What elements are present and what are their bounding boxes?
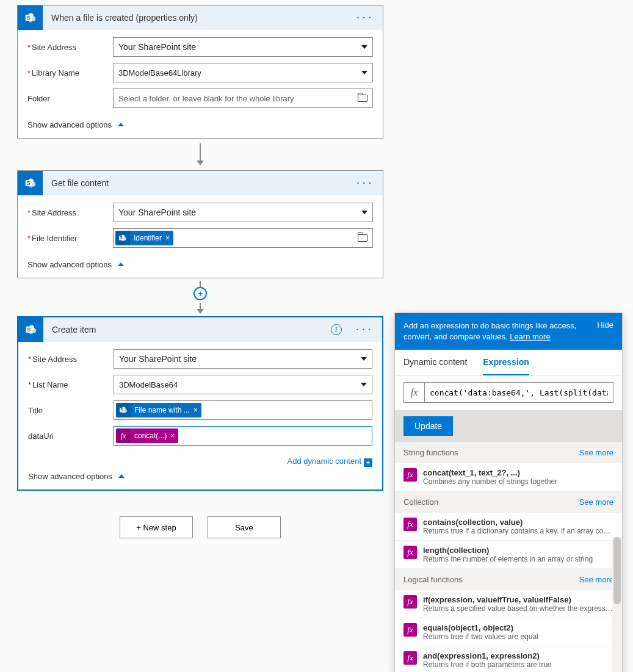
hide-button[interactable]: Hide: [597, 320, 613, 330]
see-more-link[interactable]: See more: [579, 575, 613, 584]
panel-header-text: Add an expression to do basic things lik…: [403, 321, 576, 341]
card-header[interactable]: When a file is created (properties only)…: [18, 5, 383, 30]
fn-description: Returns a specified value based on wheth…: [423, 604, 613, 613]
folder-icon[interactable]: [358, 95, 367, 102]
card-header[interactable]: Get file content · · ·: [18, 171, 383, 195]
tab-dynamic-content[interactable]: Dynamic content: [403, 350, 467, 375]
expression-panel: Add an expression to do basic things lik…: [394, 313, 623, 672]
remove-token-icon[interactable]: ×: [165, 234, 170, 242]
file-identifier-input[interactable]: Identifier ×: [113, 228, 373, 248]
field-label: *Site Address: [27, 208, 113, 217]
card-title: When a file is created (properties only): [51, 13, 353, 23]
expression-input[interactable]: [425, 388, 613, 397]
fx-icon: fx: [403, 546, 417, 559]
field-label: *Library Name: [27, 68, 113, 78]
fx-icon: fx: [116, 428, 131, 443]
fn-section-header: String functionsSee more: [395, 442, 622, 463]
library-name-dropdown[interactable]: 3DModelBase64Library: [113, 63, 373, 82]
connector-arrow: [17, 139, 383, 170]
fn-item[interactable]: fx if(expression, valueIfTrue, valueIfFa…: [395, 590, 622, 618]
trigger-card: When a file is created (properties only)…: [17, 5, 383, 139]
chevron-down-icon: [361, 211, 367, 214]
get-file-content-card: Get file content · · · *Site Address You…: [17, 170, 383, 278]
field-value: Your SharePoint site: [118, 42, 196, 52]
fx-icon: fx: [403, 518, 417, 531]
field-label: *List Name: [28, 380, 114, 389]
remove-token-icon[interactable]: ×: [170, 432, 175, 440]
field-placeholder: Select a folder, or leave blank for the …: [118, 94, 294, 103]
site-address-dropdown[interactable]: Your SharePoint site: [113, 203, 373, 222]
more-icon[interactable]: · · ·: [353, 10, 375, 25]
token-identifier[interactable]: Identifier ×: [115, 231, 173, 245]
site-address-dropdown[interactable]: Your SharePoint site: [114, 349, 372, 369]
fn-signature: length(collection): [423, 546, 613, 555]
field-value: Your SharePoint site: [118, 208, 196, 217]
fn-signature: contains(collection, value): [423, 518, 613, 527]
field-label: *File Identifier: [27, 234, 113, 243]
info-icon[interactable]: i: [331, 324, 342, 335]
save-button[interactable]: Save: [208, 516, 281, 538]
show-advanced-toggle[interactable]: Show advanced options: [18, 117, 383, 138]
card-title: Get file content: [51, 178, 353, 188]
fn-signature: equals(object1, object2): [423, 623, 613, 632]
fx-icon: fx: [404, 383, 425, 402]
expression-input-row: fx: [403, 382, 613, 403]
scrollbar[interactable]: [612, 537, 622, 672]
show-advanced-toggle[interactable]: Show advanced options: [18, 468, 382, 490]
fn-description: Returns the number of elements in an arr…: [423, 555, 613, 563]
chevron-down-icon: [361, 45, 367, 49]
create-item-card: Create item i · · · *Site Address Your S…: [17, 316, 383, 491]
new-step-button[interactable]: + New step: [120, 516, 193, 538]
field-value: 3DModelBase64Library: [118, 68, 201, 78]
field-label: dataUri: [28, 432, 114, 441]
fn-item[interactable]: fx contains(collection, value) Returns t…: [395, 513, 622, 541]
learn-more-link[interactable]: Learn more: [510, 332, 550, 341]
chevron-down-icon: [361, 357, 367, 361]
sharepoint-icon: [18, 171, 43, 195]
more-icon[interactable]: · · ·: [353, 176, 375, 190]
field-value: Your SharePoint site: [119, 354, 197, 364]
tab-expression[interactable]: Expression: [483, 350, 529, 375]
list-name-dropdown[interactable]: 3DModelBase64: [114, 375, 372, 394]
fn-item[interactable]: fx concat(text_1, text_2?, ...) Combines…: [395, 463, 622, 491]
token-filename[interactable]: File name with ... ×: [116, 403, 201, 417]
title-input[interactable]: File name with ... ×: [114, 400, 372, 420]
fn-item[interactable]: fx and(expression1, expression2) Returns…: [395, 646, 622, 672]
fn-signature: and(expression1, expression2): [423, 651, 613, 660]
sharepoint-icon: [116, 403, 131, 417]
datauri-input[interactable]: fx concat(...) ×: [114, 426, 372, 446]
field-label: *Site Address: [28, 355, 114, 364]
connector-arrow: +: [17, 278, 383, 316]
add-dynamic-content-link[interactable]: Add dynamic content+: [18, 454, 382, 468]
fx-icon: fx: [403, 651, 417, 665]
add-action-button[interactable]: +: [194, 287, 207, 300]
card-title: Create item: [52, 325, 331, 334]
fn-signature: if(expression, valueIfTrue, valueIfFalse…: [423, 595, 613, 604]
sharepoint-icon: [18, 317, 43, 342]
more-icon[interactable]: · · ·: [353, 322, 375, 337]
fx-icon: fx: [403, 468, 417, 482]
fn-item[interactable]: fx equals(object1, object2) Returns true…: [395, 618, 622, 646]
remove-token-icon[interactable]: ×: [194, 406, 198, 414]
token-expression[interactable]: fx concat(...) ×: [116, 428, 178, 443]
chevron-down-icon: [361, 383, 367, 386]
site-address-dropdown[interactable]: Your SharePoint site: [113, 37, 373, 57]
field-label: *Site Address: [27, 43, 113, 52]
folder-picker[interactable]: Select a folder, or leave blank for the …: [113, 89, 373, 108]
panel-header: Add an expression to do basic things lik…: [395, 313, 622, 350]
folder-icon[interactable]: [358, 234, 367, 242]
field-label: Folder: [27, 94, 113, 103]
sharepoint-icon: [115, 231, 130, 245]
see-more-link[interactable]: See more: [579, 448, 613, 457]
sharepoint-icon: [18, 5, 43, 30]
fn-signature: concat(text_1, text_2?, ...): [423, 468, 613, 477]
see-more-link[interactable]: See more: [579, 497, 613, 507]
field-value: 3DModelBase64: [119, 380, 178, 389]
fn-description: Returns true if both parameters are true: [423, 660, 613, 669]
fn-section-header: CollectionSee more: [395, 491, 622, 513]
fn-section-header: Logical functionsSee more: [395, 569, 622, 590]
update-button[interactable]: Update: [403, 416, 453, 436]
card-header[interactable]: Create item i · · ·: [18, 317, 382, 342]
fn-item[interactable]: fx length(collection) Returns the number…: [395, 541, 622, 569]
show-advanced-toggle[interactable]: Show advanced options: [18, 256, 383, 278]
